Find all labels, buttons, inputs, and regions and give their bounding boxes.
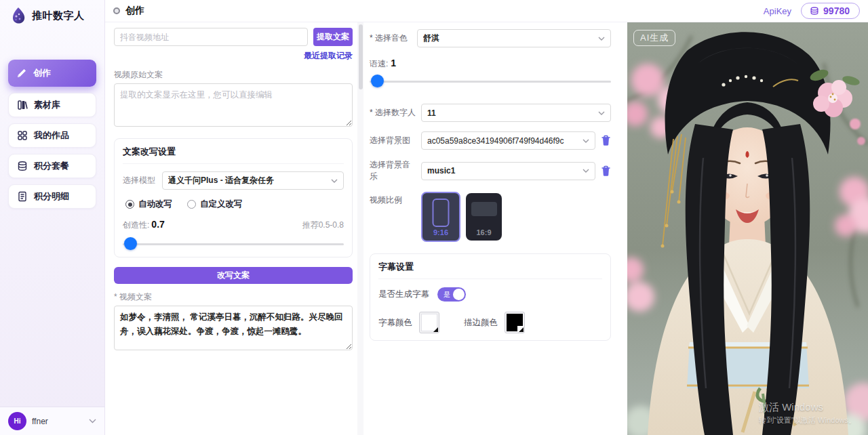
sidebar-item-create[interactable]: 创作 (8, 60, 96, 87)
sidebar: 推叶数字人 创作 素材库 (0, 0, 105, 435)
background-image-label: 选择背景图 (370, 135, 416, 146)
background-music-select[interactable]: music1 (421, 162, 595, 180)
speed-label-row: 语速:1 (370, 58, 611, 70)
sidebar-item-points-package[interactable]: 积分套餐 (8, 154, 96, 178)
portrait-frame-icon (433, 199, 450, 227)
windows-activation-watermark: 激活 Windows 转到“设置”以激活 Windows。 (759, 401, 856, 426)
ai-generated-badge: AI生成 (633, 30, 675, 46)
leaf-logo-icon (9, 7, 27, 24)
subtitle-toggle[interactable]: 是 (437, 287, 466, 302)
delete-music-icon[interactable] (601, 165, 611, 177)
video-script-label: * 视频文案 (114, 291, 353, 303)
chevron-down-icon (583, 169, 589, 173)
speed-label: 语速: (370, 59, 388, 68)
slider-track[interactable] (123, 243, 344, 245)
color-picker-arrow-icon (433, 327, 438, 332)
creativity-label: 创造性:0.7 (123, 219, 165, 231)
slider-thumb[interactable] (371, 75, 384, 87)
stroke-color-picker[interactable] (505, 312, 525, 333)
radio-custom-label: 自定义改写 (200, 199, 243, 210)
library-icon (17, 100, 28, 110)
rewrite-script-button[interactable]: 改写文案 (114, 267, 353, 284)
subtitle-toggle-row: 是否生成字幕 是 (378, 287, 602, 302)
generated-portrait (627, 22, 868, 435)
sidebar-item-label: 积分明细 (34, 190, 69, 203)
slider-track[interactable] (370, 81, 611, 83)
background-music-value: music1 (427, 166, 583, 175)
pencil-icon (16, 68, 27, 79)
recent-extract-link[interactable]: 最近提取记录 (114, 50, 353, 62)
subtitle-color-picker[interactable] (419, 312, 439, 333)
ratio-916-tile[interactable]: 9:16 (421, 192, 460, 242)
chevron-down-icon (598, 37, 605, 41)
video-ratio-row: 视频比例 9:16 16:9 (370, 192, 611, 242)
sidebar-item-label: 创作 (33, 67, 51, 79)
sidebar-item-materials[interactable]: 素材库 (8, 93, 96, 117)
form-right-column: 选择音色 舒淇 语速:1 选择数字人 11 选择背景图 (370, 22, 611, 435)
sidebar-item-my-works[interactable]: 我的作品 (8, 123, 96, 148)
delete-background-icon[interactable] (601, 135, 611, 146)
speed-slider[interactable] (370, 75, 611, 87)
digital-human-select[interactable]: 11 (421, 104, 611, 122)
slider-thumb[interactable] (124, 237, 137, 250)
subtitle-panel-title: 字幕设置 (378, 261, 602, 279)
model-select[interactable]: 通义千问Plus - 适合复杂任务 (162, 171, 344, 190)
video-script-textarea[interactable]: 如梦令，李清照， 常记溪亭日暮，沉醉不知归路。兴尽晚回舟，误入藕花深处。争渡，争… (114, 306, 353, 350)
original-script-textarea[interactable] (114, 83, 353, 127)
extract-row: 提取文案 (114, 28, 353, 46)
chevron-down-icon (331, 179, 338, 183)
form-left-column: 提取文案 最近提取记录 视频原始文案 文案改写设置 选择模型 通义千问Plus … (108, 22, 357, 435)
document-icon (17, 191, 28, 202)
sidebar-item-label: 我的作品 (34, 129, 69, 142)
extract-script-button[interactable]: 提取文案 (313, 28, 353, 46)
subtitle-colors-row: 字幕颜色 描边颜色 (378, 312, 602, 333)
voice-row: 选择音色 舒淇 (370, 29, 611, 47)
radio-dot-icon (125, 200, 134, 209)
creativity-slider[interactable] (123, 238, 344, 250)
scrollbar-thumb[interactable] (359, 24, 363, 89)
model-label: 选择模型 (123, 175, 155, 186)
brand-name: 推叶数字人 (32, 9, 85, 22)
preview-image: AI生成 激活 Windows 转到“设置”以激活 Windows。 (627, 22, 868, 435)
chevron-down-icon[interactable] (89, 419, 96, 423)
creativity-hint: 推荐0.5-0.8 (302, 220, 344, 231)
credits-value: 99780 (823, 5, 850, 16)
sidebar-item-label: 素材库 (34, 99, 60, 111)
watermark-line1: 激活 Windows (759, 401, 856, 414)
model-select-value: 通义千问Plus - 适合复杂任务 (168, 175, 331, 186)
credits-badge[interactable]: 99780 (801, 3, 860, 19)
left-column-scrollbar[interactable] (357, 22, 363, 435)
digital-human-select-value: 11 (427, 108, 598, 118)
color-picker-arrow-icon (519, 327, 524, 332)
voice-label: 选择音色 (370, 33, 412, 44)
voice-select[interactable]: 舒淇 (417, 29, 611, 47)
sidebar-item-points-detail[interactable]: 积分明细 (8, 184, 96, 209)
digital-human-label: 选择数字人 (370, 107, 416, 119)
creativity-row: 创造性:0.7 推荐0.5-0.8 (123, 219, 344, 231)
apikey-link[interactable]: ApiKey (764, 6, 791, 16)
subtitle-settings-panel: 字幕设置 是否生成字幕 是 字幕颜色 描边颜色 (370, 253, 611, 341)
landscape-frame-icon (471, 202, 497, 216)
topbar: 创作 ApiKey 99780 (105, 0, 868, 22)
grid-icon (17, 130, 28, 141)
radio-auto-rewrite[interactable]: 自动改写 (125, 199, 172, 210)
watermark-line2: 转到“设置”以激活 Windows。 (759, 415, 856, 426)
background-image-row: 选择背景图 ac05a59a8ce34194906f749f94d46f9c (370, 131, 611, 150)
ratio-169-tile[interactable]: 16:9 (466, 193, 502, 241)
user-bar[interactable]: Hi ffner (0, 407, 104, 435)
background-image-select[interactable]: ac05a59a8ce34194906f749f94d46f9c (421, 131, 595, 150)
user-name: ffner (32, 417, 83, 426)
sidebar-menu: 创作 素材库 我的作品 (0, 30, 104, 209)
background-image-value: ac05a59a8ce34194906f749f94d46f9c (427, 136, 583, 146)
subtitle-toggle-label: 是否生成字幕 (378, 289, 429, 300)
subtitle-toggle-value: 是 (443, 290, 450, 299)
coin-stack-icon (810, 6, 819, 16)
topbar-right: ApiKey 99780 (764, 3, 860, 19)
radio-custom-rewrite[interactable]: 自定义改写 (187, 199, 243, 210)
rewrite-settings-panel: 文案改写设置 选择模型 通义千问Plus - 适合复杂任务 自动改写 自定义改写 (114, 138, 353, 257)
voice-select-value: 舒淇 (423, 33, 598, 44)
douyin-url-input[interactable] (114, 28, 308, 46)
ratio-169-label: 16:9 (476, 228, 491, 236)
rewrite-mode-radios: 自动改写 自定义改写 (123, 199, 344, 210)
toggle-knob (453, 289, 465, 300)
